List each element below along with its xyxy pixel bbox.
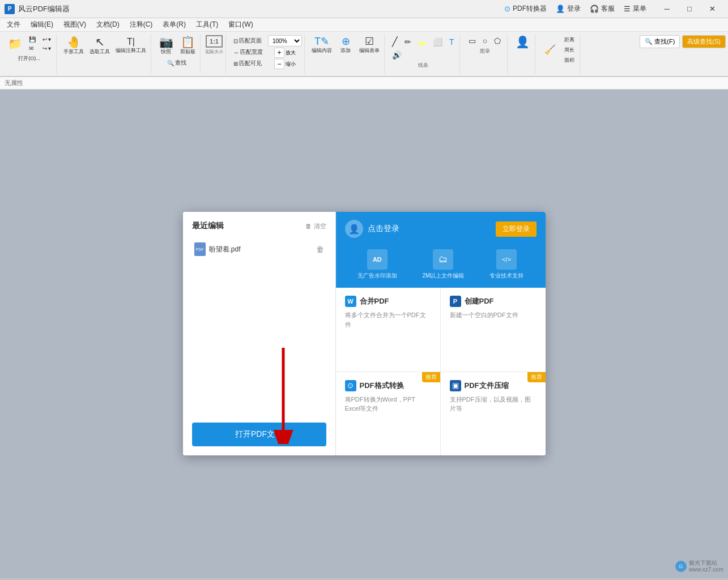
open-pdf-btn[interactable]: 打开PDF文件 bbox=[192, 423, 326, 446]
audio-btn[interactable]: 🔊 bbox=[389, 49, 405, 61]
create-pdf-title: 创建PDF bbox=[465, 296, 494, 306]
area-btn[interactable]: 面积 bbox=[561, 56, 577, 65]
create-pdf-desc: 新建一个空白的PDF文件 bbox=[450, 310, 537, 320]
edit-content-btn[interactable]: T✎ 编辑内容 bbox=[309, 35, 334, 56]
file-item[interactable]: PDF 盼望着.pdf 🗑 bbox=[192, 238, 326, 261]
toolbar: 📁 💾 ✉ ↩▾ ↪▾ 打开(O)... 🤚 手形工具 ↖ 选取工具 bbox=[0, 32, 728, 77]
zoom-group: ⊡匹配页面 ↔匹配宽度 ⊞匹配可见 100% 75% 50% 125% 150% bbox=[228, 34, 305, 74]
compress-pdf-icon: ▣ bbox=[450, 380, 461, 391]
circle-btn[interactable]: ○ bbox=[480, 35, 490, 46]
merge-pdf-desc: 将多个文件合并为一个PDF文件 bbox=[345, 310, 431, 329]
distance-btn[interactable]: 距离 bbox=[561, 35, 577, 45]
menu-form[interactable]: 表单(R) bbox=[158, 19, 190, 31]
adv-search-btn[interactable]: 高级查找(S) bbox=[682, 35, 726, 48]
profile-group: 👤 bbox=[510, 34, 535, 74]
zoom-select[interactable]: 100% 75% 50% 125% 150% bbox=[268, 35, 302, 46]
pentagon-btn[interactable]: ⬠ bbox=[491, 35, 504, 46]
app-icon: P bbox=[5, 4, 15, 14]
file-name: 盼望着.pdf bbox=[209, 245, 241, 254]
pdf-converter-btn[interactable]: ⊙ PDF转换器 bbox=[504, 4, 547, 14]
line-btn[interactable]: ╱ bbox=[389, 35, 401, 48]
open-file-label[interactable]: 打开(O)... bbox=[15, 54, 43, 63]
fit-visible-btn[interactable]: ⊞匹配可见 bbox=[231, 58, 266, 69]
minimize-btn[interactable]: ─ bbox=[655, 1, 678, 17]
recommend-badge-2: 推荐 bbox=[527, 372, 546, 382]
add-btn[interactable]: ⊕ 添加 bbox=[335, 35, 356, 56]
size-group: 1:1 实际大小 bbox=[203, 34, 226, 74]
merge-pdf-title: 合并PDF bbox=[360, 296, 389, 306]
file-icon: PDF bbox=[194, 242, 206, 256]
avatar: 👤 bbox=[345, 220, 363, 238]
services-grid: W 合并PDF 将多个文件合并为一个PDF文件 P 创建PDF 新建一个空白的P… bbox=[336, 288, 546, 455]
recommend-badge-1: 推荐 bbox=[422, 372, 440, 382]
clipboard-btn[interactable]: 📋 剪贴板 bbox=[177, 35, 198, 57]
eraser2-btn[interactable]: 🧹 bbox=[540, 44, 560, 56]
redo-btn[interactable]: ↪▾ bbox=[40, 44, 54, 53]
profile-stamp-btn[interactable]: 👤 bbox=[512, 35, 533, 49]
compress-pdf-title: PDF文件压缩 bbox=[465, 381, 509, 391]
convert-pdf-desc: 将PDF转换为Word，PPT Excel等文件 bbox=[345, 395, 431, 413]
fit-width-btn[interactable]: ↔匹配宽度 bbox=[231, 47, 266, 57]
fit-page-btn[interactable]: ⊡匹配页面 bbox=[231, 36, 266, 46]
open-folder-btn[interactable]: 📁 bbox=[5, 37, 25, 51]
service-convert-pdf[interactable]: 推荐 ⊙ PDF格式转换 将PDF转换为Word，PPT Excel等文件 bbox=[336, 372, 441, 456]
service-merge-pdf[interactable]: W 合并PDF 将多个文件合并为一个PDF文件 bbox=[336, 288, 441, 372]
service-btn[interactable]: 🎧 客服 bbox=[590, 4, 615, 14]
edit-form-btn[interactable]: ☑ 编辑表单 bbox=[357, 35, 382, 56]
maximize-btn[interactable]: □ bbox=[678, 1, 701, 17]
zoom-out-btn[interactable]: − bbox=[274, 59, 284, 69]
feature-icons: AD 无广告水印添加 🗂 2M以上文件编辑 </> 专业技术支持 bbox=[336, 246, 546, 288]
draw-group: ╱ ✏ ▬ ⬜ T 🔊 线条 bbox=[387, 34, 460, 74]
shape-group: ▭ ○ ⬠ 图章 bbox=[462, 34, 508, 74]
pencil-btn[interactable]: ✏ bbox=[402, 36, 414, 48]
convert-pdf-title: PDF格式转换 bbox=[360, 381, 404, 391]
save-btn[interactable]: 💾 bbox=[26, 35, 39, 44]
zoom-in-btn[interactable]: + bbox=[274, 48, 284, 58]
main-content: 最近编辑 🗑 清空 PDF 盼望着.pdf 🗑 bbox=[0, 89, 728, 578]
eraser-btn[interactable]: ⬜ bbox=[430, 36, 445, 48]
merge-pdf-icon: W bbox=[345, 296, 356, 307]
bottom-watermark: G 极光下载站 www.xz7.com bbox=[675, 560, 723, 573]
properties-bar: 无属性 bbox=[0, 77, 728, 89]
menu-file[interactable]: 文件 bbox=[2, 19, 25, 31]
feature-no-watermark: AD 无广告水印添加 bbox=[357, 249, 397, 280]
menu-edit[interactable]: 编辑(E) bbox=[26, 19, 58, 31]
menu-doc[interactable]: 文档(D) bbox=[92, 19, 124, 31]
menu-window[interactable]: 窗口(W) bbox=[224, 19, 257, 31]
find-in-toolbar-btn[interactable]: 🔍 查找 bbox=[164, 58, 189, 68]
app-title: 风云PDF编辑器 bbox=[18, 4, 70, 14]
service-compress-pdf[interactable]: 推荐 ▣ PDF文件压缩 支持PDF压缩，以及视频，图片等 bbox=[441, 372, 546, 456]
measure-group: 🧹 距离 周长 面积 bbox=[538, 34, 580, 74]
text-btn[interactable]: T bbox=[446, 36, 457, 48]
actual-size-indicator: 1:1 bbox=[206, 35, 223, 48]
menu-view[interactable]: 视图(V) bbox=[59, 19, 91, 31]
undo-btn[interactable]: ↩▾ bbox=[40, 35, 54, 44]
right-panel: 👤 点击登录 立即登录 AD 无广告水印添加 🗂 2M以上文件编辑 </> 专业… bbox=[336, 212, 546, 455]
menu-btn[interactable]: ☰ 菜单 bbox=[624, 4, 646, 14]
highlight-btn[interactable]: ▬ bbox=[415, 36, 429, 48]
snapshot-group: 📷 快照 📋 剪贴板 🔍 查找 bbox=[154, 34, 201, 74]
login-btn[interactable]: 👤 登录 bbox=[556, 4, 581, 14]
feature-large-file: 🗂 2M以上文件编辑 bbox=[423, 249, 465, 280]
file-delete-btn[interactable]: 🗑 bbox=[316, 245, 324, 254]
select-tool-btn[interactable]: ↖ 选取工具 bbox=[87, 35, 112, 57]
service-create-pdf[interactable]: P 创建PDF 新建一个空白的PDF文件 bbox=[441, 288, 546, 372]
login-prompt: 点击登录 bbox=[368, 224, 399, 234]
menu-tools[interactable]: 工具(T) bbox=[191, 19, 223, 31]
feature-tech-support: </> 专业技术支持 bbox=[489, 249, 523, 280]
hand-tool-btn[interactable]: 🤚 手形工具 bbox=[61, 35, 86, 57]
close-btn[interactable]: ✕ bbox=[701, 1, 723, 17]
perimeter-btn[interactable]: 周长 bbox=[561, 45, 577, 55]
tools-group: 🤚 手形工具 ↖ 选取工具 T| 编辑注释工具 bbox=[59, 34, 151, 74]
menu-comment[interactable]: 注释(C) bbox=[125, 19, 157, 31]
login-now-btn[interactable]: 立即登录 bbox=[496, 221, 537, 237]
recent-title: 最近编辑 bbox=[192, 221, 224, 231]
email-btn[interactable]: ✉ bbox=[26, 44, 39, 53]
snapshot-btn[interactable]: 📷 快照 bbox=[156, 35, 176, 57]
edit-group: T✎ 编辑内容 ⊕ 添加 ☑ 编辑表单 bbox=[307, 34, 385, 74]
clear-btn[interactable]: 🗑 清空 bbox=[305, 222, 326, 231]
edit-annotation-btn[interactable]: T| 编辑注释工具 bbox=[113, 36, 148, 56]
search-btn[interactable]: 🔍 查找(F) bbox=[640, 35, 680, 48]
recent-header: 最近编辑 🗑 清空 bbox=[192, 221, 326, 231]
rect-btn[interactable]: ▭ bbox=[466, 35, 479, 46]
